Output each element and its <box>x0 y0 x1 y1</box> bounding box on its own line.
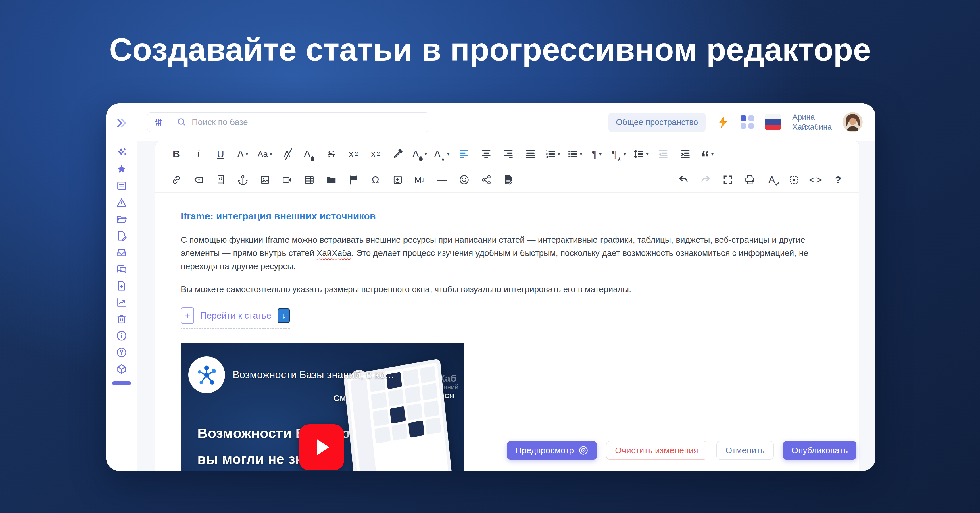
expand-plus-icon[interactable]: + <box>181 307 194 324</box>
insert-table-button[interactable] <box>298 171 320 189</box>
insert-template-button[interactable] <box>387 171 409 189</box>
font-family-button[interactable]: A▾ <box>232 145 254 163</box>
blockquote-button[interactable]: “▾ <box>696 145 719 163</box>
doc-template-button[interactable] <box>497 171 519 189</box>
sidebar-item-alerts[interactable] <box>116 197 127 208</box>
language-flag-ru[interactable] <box>765 114 781 130</box>
text-styles-button[interactable]: A★▾ <box>431 145 453 163</box>
sidebar-item-ai[interactable] <box>116 147 127 158</box>
spellcheck-button[interactable]: A <box>761 171 783 189</box>
search-icon <box>177 117 186 127</box>
user-name[interactable]: Арина Хайхабина <box>792 112 832 132</box>
publish-button[interactable]: Опубликовать <box>783 441 856 460</box>
video-title[interactable]: Возможности Базы знаний, о ко... <box>232 369 394 381</box>
search-filters-button[interactable] <box>148 113 169 132</box>
fullscreen-button[interactable] <box>716 171 738 189</box>
ordered-list-button[interactable]: ▾ <box>541 145 563 163</box>
bold-button[interactable]: B <box>165 145 188 163</box>
channel-logo[interactable] <box>188 356 225 393</box>
preview-button[interactable]: Предпросмотр <box>507 441 597 460</box>
insert-video-button[interactable] <box>276 171 298 189</box>
share-button[interactable] <box>475 171 497 189</box>
insert-image-button[interactable] <box>254 171 276 189</box>
sidebar-item-drafts[interactable] <box>116 230 127 241</box>
article-content[interactable]: Iframe: интеграция внешних источников С … <box>156 193 859 471</box>
sidebar-item-comments[interactable] <box>116 264 127 275</box>
sidebar-item-favorites[interactable] <box>116 164 127 175</box>
special-char-button[interactable]: Ω <box>364 171 387 189</box>
image-icon <box>259 174 270 185</box>
code-view-button[interactable]: <> <box>805 171 827 189</box>
justify-button[interactable] <box>519 145 541 163</box>
outdent-button[interactable] <box>652 145 674 163</box>
inbox-icon <box>116 247 127 258</box>
sidebar-item-analytics[interactable] <box>116 297 127 308</box>
text-color-button[interactable]: A <box>298 145 320 163</box>
indent-icon <box>680 148 691 159</box>
article-link-chip[interactable]: + Перейти к статье ↓ <box>181 307 290 329</box>
insert-flag-button[interactable] <box>342 171 364 189</box>
highlighter-button[interactable] <box>387 145 409 163</box>
sidebar-expand-button[interactable] <box>115 117 128 129</box>
cancel-button[interactable]: Отменить <box>716 441 774 460</box>
insert-file-button[interactable] <box>320 171 342 189</box>
color-drop-icon <box>419 156 423 161</box>
line-height-button[interactable]: ▾ <box>630 145 652 163</box>
align-center-button[interactable] <box>475 145 497 163</box>
embed-doc-icon <box>215 174 226 185</box>
print-button[interactable] <box>738 171 761 189</box>
sidebar-item-trash[interactable] <box>116 313 127 325</box>
sidebar-item-folders[interactable] <box>116 213 127 225</box>
horizontal-rule-button[interactable]: — <box>431 171 453 189</box>
youtube-play-button[interactable] <box>299 424 344 470</box>
clear-changes-button[interactable]: Очистить изменения <box>606 441 707 460</box>
share-nodes-icon <box>481 174 492 185</box>
chevrons-right-icon <box>115 117 128 129</box>
search-input[interactable] <box>192 117 422 127</box>
bullet-list-button[interactable]: ▾ <box>563 145 586 163</box>
lightning-icon[interactable] <box>716 116 730 129</box>
youtube-embed[interactable]: Возможности Базы знаний, о ко... ХайХаб … <box>181 343 464 471</box>
sidebar-item-info[interactable] <box>116 330 127 341</box>
star-icon <box>116 164 127 175</box>
superscript-button[interactable]: x2 <box>364 145 387 163</box>
file-upload-icon <box>116 280 127 292</box>
help-button[interactable]: ? <box>827 171 849 189</box>
paragraph-button[interactable]: ¶▾ <box>586 145 608 163</box>
align-right-button[interactable] <box>497 145 519 163</box>
article-link[interactable]: Перейти к статье <box>200 310 271 321</box>
indent-button[interactable] <box>674 145 696 163</box>
warning-triangle-icon <box>116 197 127 208</box>
star-icon: ★ <box>441 156 445 162</box>
align-left-icon <box>459 148 469 159</box>
download-arrow-icon[interactable]: ↓ <box>278 308 290 323</box>
insert-link-button[interactable] <box>165 171 188 189</box>
insert-tag-button[interactable] <box>188 171 210 189</box>
bg-color-button[interactable]: A▾ <box>409 145 431 163</box>
font-size-button[interactable]: Aa▾ <box>254 145 276 163</box>
paragraph-styles-button[interactable]: ¶★▾ <box>608 145 630 163</box>
sidebar-item-import[interactable] <box>116 280 127 292</box>
chevron-down-icon: ▾ <box>558 151 560 157</box>
align-left-button[interactable] <box>453 145 475 163</box>
markdown-button[interactable]: M↓ <box>409 171 431 189</box>
sidebar-item-integrations[interactable] <box>116 363 127 375</box>
italic-button[interactable]: i <box>188 145 210 163</box>
space-selector[interactable]: Общее пространство <box>608 113 706 132</box>
apps-grid-icon[interactable] <box>741 116 754 129</box>
avatar[interactable] <box>843 112 863 132</box>
insert-anchor-button[interactable] <box>232 171 254 189</box>
insert-embed-button[interactable] <box>210 171 232 189</box>
sidebar-item-articles[interactable] <box>116 180 127 192</box>
article-paragraph-1: С помощью функции Iframe можно встраиват… <box>181 233 836 273</box>
emoji-button[interactable] <box>453 171 475 189</box>
sidebar-item-help[interactable] <box>116 347 127 358</box>
clear-format-button[interactable]: A <box>276 145 298 163</box>
strikethrough-button[interactable]: S <box>320 145 342 163</box>
underline-button[interactable]: U <box>210 145 232 163</box>
redo-button[interactable] <box>694 171 716 189</box>
select-all-button[interactable] <box>783 171 805 189</box>
sidebar-item-inbox[interactable] <box>116 247 127 258</box>
subscript-button[interactable]: x2 <box>342 145 364 163</box>
undo-button[interactable] <box>672 171 694 189</box>
